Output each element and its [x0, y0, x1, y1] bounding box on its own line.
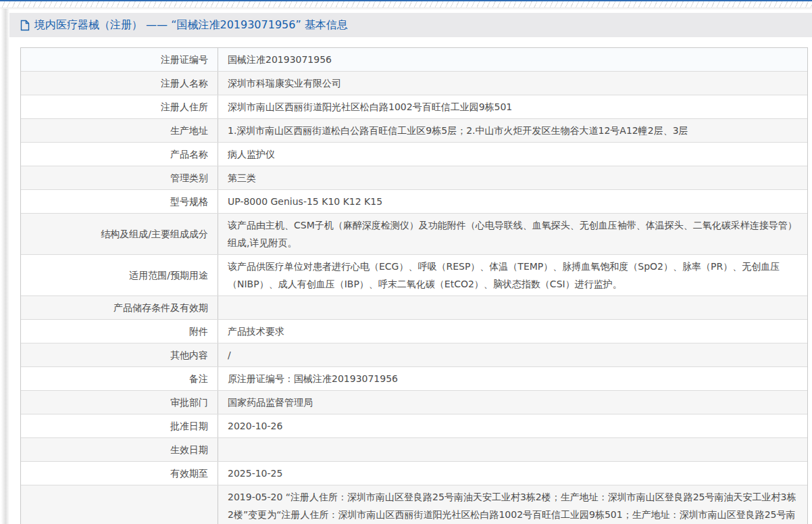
top-decoration-stripe: [0, 0, 812, 7]
row-label: 管理类别: [21, 166, 218, 189]
table-row: 管理类别第三类: [21, 166, 807, 190]
table-row: 型号规格UP-8000 Genius-15 K10 K12 K15: [21, 190, 807, 214]
row-label: 注册人住所: [21, 95, 218, 118]
row-value: 该产品由主机、CSM子机（麻醉深度检测仪）及功能附件（心电导联线、血氧探头、无创…: [218, 214, 807, 254]
row-label: 产品储存条件及有效期: [21, 296, 218, 319]
row-value: [218, 438, 807, 461]
table-row: 2019-05-20 “注册人住所：深圳市南山区登良路25号南油天安工业村3栋2…: [21, 485, 807, 524]
row-label: 审批部门: [21, 391, 218, 414]
row-label: 生效日期: [21, 438, 218, 461]
table-row: 附件产品技术要求: [21, 320, 807, 343]
row-label: 生产地址: [21, 119, 218, 142]
row-value: /: [218, 343, 807, 366]
row-label: 有效期至: [21, 462, 218, 485]
row-label: 备注: [21, 367, 218, 390]
page-title-bar: 境内医疗器械（注册） —— “国械注准20193071956” 基本信息: [9, 13, 812, 37]
row-label: 注册人名称: [21, 72, 218, 95]
table-row: 批准日期2020-10-26: [21, 414, 807, 438]
row-value: 产品技术要求: [218, 320, 807, 343]
row-label: 批准日期: [21, 414, 218, 437]
row-value: 1.深圳市南山区西丽街道松白公路百旺信工业区9栋5层；2.中山市火炬开发区生物谷…: [218, 119, 807, 142]
row-label: 附件: [21, 320, 218, 343]
page-title: 境内医疗器械（注册） —— “国械注准20193071956” 基本信息: [34, 18, 348, 32]
row-value: 该产品供医疗单位对患者进行心电（ECG）、呼吸（RESP）、体温（TEMP）、脉…: [218, 255, 807, 295]
table-row: 有效期至2025-10-25: [21, 462, 807, 485]
row-value: 病人监护仪: [218, 143, 807, 166]
document-icon: [20, 20, 30, 31]
row-label: 其他内容: [21, 343, 218, 366]
registration-info-table: 注册证编号国械注准20193071956注册人名称深圳市科瑞康实业有限公司注册人…: [20, 47, 808, 524]
table-row: 生效日期: [21, 438, 807, 462]
table-row: 注册证编号国械注准20193071956: [21, 48, 807, 72]
row-label: 注册证编号: [21, 48, 218, 71]
table-row: 适用范围/预期用途该产品供医疗单位对患者进行心电（ECG）、呼吸（RESP）、体…: [21, 255, 807, 296]
row-value: 深圳市南山区西丽街道阳光社区松白路1002号百旺信工业园9栋501: [218, 95, 807, 118]
table-row: 注册人住所深圳市南山区西丽街道阳光社区松白路1002号百旺信工业园9栋501: [21, 95, 807, 119]
table-row: 结构及组成/主要组成成分该产品由主机、CSM子机（麻醉深度检测仪）及功能附件（心…: [21, 214, 807, 255]
table-row: 产品名称病人监护仪: [21, 143, 807, 166]
row-value: 国家药品监督管理局: [218, 391, 807, 414]
table-row: 备注原注册证编号：国械注准20193071956: [21, 367, 807, 391]
row-value: [218, 296, 807, 319]
left-edge-shadow: [0, 9, 9, 524]
row-label: 适用范围/预期用途: [21, 255, 218, 295]
row-label: [21, 485, 218, 524]
table-row: 注册人名称深圳市科瑞康实业有限公司: [21, 72, 807, 95]
page-content: 境内医疗器械（注册） —— “国械注准20193071956” 基本信息 注册证…: [9, 13, 812, 524]
table-row: 生产地址1.深圳市南山区西丽街道松白公路百旺信工业区9栋5层；2.中山市火炬开发…: [21, 119, 807, 143]
table-row: 其他内容/: [21, 343, 807, 367]
row-value: 国械注准20193071956: [218, 48, 807, 71]
table-row: 审批部门国家药品监督管理局: [21, 391, 807, 414]
row-label: 产品名称: [21, 143, 218, 166]
row-label: 型号规格: [21, 190, 218, 213]
row-value: 深圳市科瑞康实业有限公司: [218, 72, 807, 95]
row-value: UP-8000 Genius-15 K10 K12 K15: [218, 190, 807, 213]
row-value: 原注册证编号：国械注准20193071956: [218, 367, 807, 390]
row-value: 2019-05-20 “注册人住所：深圳市南山区登良路25号南油天安工业村3栋2…: [218, 485, 807, 524]
row-label: 结构及组成/主要组成成分: [21, 214, 218, 254]
table-row: 产品储存条件及有效期: [21, 296, 807, 320]
row-value: 2020-10-26: [218, 414, 807, 437]
row-value: 第三类: [218, 166, 807, 189]
row-value: 2025-10-25: [218, 462, 807, 485]
